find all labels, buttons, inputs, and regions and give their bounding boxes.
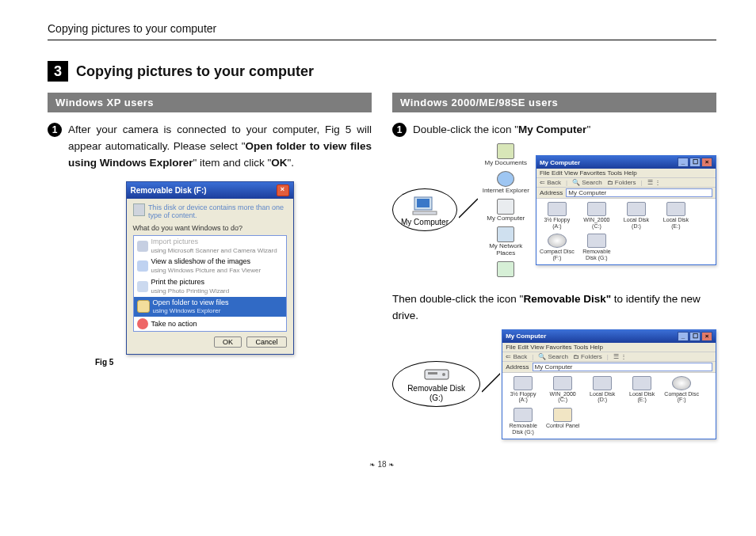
list-item[interactable]: Import picturesusing Microsoft Scanner a… bbox=[134, 236, 286, 257]
drive-label: Local Disk (D:) bbox=[624, 217, 649, 229]
item-main: View a slideshow of the images bbox=[151, 257, 250, 265]
search-button[interactable]: 🔍 Search bbox=[572, 179, 602, 186]
icon-label: My Documents bbox=[485, 159, 527, 166]
callout-removable-disk: Removable Disk (G:) bbox=[392, 361, 480, 407]
drive-icon[interactable]: Compact Disc (F:) bbox=[664, 376, 699, 403]
xp-step-1: 1 After your camera is connected to your… bbox=[48, 122, 372, 172]
drives-pane-2: 3½ Floppy (A:) WIN_2000 (C:) Local Disk … bbox=[502, 373, 716, 439]
window-toolbar[interactable]: ⇐ Back| 🔍 Search 🗀 Folders |☰ ⋮ bbox=[536, 178, 716, 188]
desktop-icon-network[interactable]: My Network Places bbox=[479, 226, 533, 257]
drive-label: Compact Disc (F:) bbox=[540, 249, 575, 260]
icon-label: My Network Places bbox=[489, 242, 522, 257]
back-button[interactable]: ⇐ Back bbox=[540, 179, 561, 186]
pointer-line bbox=[482, 368, 500, 400]
legacy-step-2-text: Then double-click the icon "Removable Di… bbox=[392, 291, 716, 325]
window-menu[interactable]: File Edit View Favorites Tools Help bbox=[502, 343, 716, 352]
drive-icon-removable[interactable]: Removable Disk (G:) bbox=[506, 408, 540, 435]
desktop-icon-ie[interactable]: Internet Explorer bbox=[479, 171, 533, 194]
device-icon bbox=[133, 203, 145, 216]
window-toolbar[interactable]: ⇐ Back| 🔍 Search 🗀 Folders |☰ ⋮ bbox=[502, 352, 716, 362]
list-item[interactable]: Print the picturesusing Photo Printing W… bbox=[134, 276, 286, 297]
desktop-icon-recycle[interactable] bbox=[479, 261, 533, 277]
item-sub: using Windows Explorer bbox=[153, 307, 221, 314]
drive-icon[interactable]: WIN_2000 (C:) bbox=[579, 202, 614, 229]
drive-icon[interactable]: Local Disk (E:) bbox=[659, 202, 693, 229]
text-bold: Removable Disk" bbox=[523, 293, 611, 305]
window-menu[interactable]: File Edit View Favorites Tools Help bbox=[536, 169, 716, 178]
callout-label: My Computer bbox=[401, 218, 449, 226]
legacy-heading: Windows 2000/ME/98SE users bbox=[392, 93, 716, 112]
drive-icon[interactable]: 3½ Floppy (A:) bbox=[540, 202, 575, 229]
desktop-icon-mycomputer[interactable]: My Computer bbox=[479, 199, 533, 222]
column-legacy: Windows 2000/ME/98SE users 1 Double-clic… bbox=[392, 93, 716, 454]
folders-button[interactable]: 🗀 Folders bbox=[607, 179, 636, 186]
dialog-message: This disk or device contains more than o… bbox=[148, 203, 287, 219]
section-title: 3 Copying pictures to your computer bbox=[48, 61, 716, 82]
drive-icon[interactable]: Local Disk (D:) bbox=[585, 376, 620, 403]
svg-line-7 bbox=[482, 373, 500, 392]
drive-label: 3½ Floppy (A:) bbox=[544, 217, 571, 229]
xp-autoplay-dialog: Removable Disk (F:) × This disk or devic… bbox=[126, 181, 294, 355]
drive-label: Control Panel bbox=[546, 423, 579, 428]
step-bullet-1: 1 bbox=[48, 123, 62, 137]
page-number: 18 bbox=[48, 460, 716, 469]
list-item[interactable]: Take no action bbox=[134, 317, 286, 331]
running-head: Copying pictures to your computer bbox=[48, 22, 716, 40]
mycomputer-window-2: My Computer _☐× File Edit View Favorites… bbox=[502, 329, 716, 439]
item-main: Open folder to view files bbox=[153, 298, 229, 306]
icon-label: My Computer bbox=[487, 215, 525, 222]
maximize-icon[interactable]: ☐ bbox=[689, 158, 701, 167]
computer-icon bbox=[411, 196, 438, 216]
minimize-icon[interactable]: _ bbox=[678, 332, 689, 341]
column-xp: Windows XP users 1 After your camera is … bbox=[48, 93, 372, 454]
legacy-step-text-a: Double-click the icon " bbox=[413, 124, 518, 135]
maximize-icon[interactable]: ☐ bbox=[689, 332, 701, 341]
address-label: Address bbox=[506, 363, 529, 371]
desktop-icons-column: My Documents Internet Explorer My Comput… bbox=[479, 143, 533, 277]
svg-rect-5 bbox=[428, 372, 437, 374]
back-button[interactable]: ⇐ Back bbox=[506, 353, 527, 360]
address-field[interactable]: My Computer bbox=[566, 188, 712, 197]
desktop-icon-mydocs[interactable]: My Documents bbox=[479, 143, 533, 166]
svg-point-6 bbox=[442, 373, 445, 376]
xp-step-bold-2: OK bbox=[271, 157, 287, 169]
drive-icon[interactable]: Removable Disk (G:) bbox=[579, 234, 614, 260]
address-field[interactable]: My Computer bbox=[533, 363, 712, 371]
search-button[interactable]: 🔍 Search bbox=[538, 353, 568, 360]
cancel-button[interactable]: Cancel bbox=[246, 336, 286, 348]
drive-icon[interactable]: Compact Disc (F:) bbox=[540, 234, 575, 260]
callout-my-computer: My Computer bbox=[392, 188, 457, 231]
mycomputer-window-1: My Computer _☐× File Edit View Favorites… bbox=[536, 155, 716, 265]
dialog-action-list[interactable]: Import picturesusing Microsoft Scanner a… bbox=[133, 235, 287, 332]
drive-icon[interactable]: Local Disk (E:) bbox=[624, 376, 659, 403]
list-item-selected[interactable]: Open folder to view filesusing Windows E… bbox=[134, 297, 286, 317]
minimize-icon[interactable]: _ bbox=[678, 158, 689, 167]
drive-icon[interactable]: Local Disk (D:) bbox=[619, 202, 654, 229]
drives-pane-1: 3½ Floppy (A:) WIN_2000 (C:) Local Disk … bbox=[536, 199, 716, 264]
ok-button[interactable]: OK bbox=[214, 336, 242, 348]
drive-label: Removable Disk (G:) bbox=[582, 249, 610, 260]
xp-step-text-c: ". bbox=[288, 157, 295, 169]
fig5-caption: Fig 5 bbox=[95, 358, 372, 367]
address-label: Address bbox=[540, 189, 563, 196]
removable-disk-icon bbox=[423, 368, 450, 382]
drive-label: WIN_2000 (C:) bbox=[583, 217, 609, 229]
control-panel-icon[interactable]: Control Panel bbox=[545, 408, 580, 435]
list-item[interactable]: Playusing Windows Media Player bbox=[134, 331, 286, 332]
item-sub: using Microsoft Scanner and Camera Wizar… bbox=[151, 247, 277, 254]
close-icon[interactable]: × bbox=[701, 332, 712, 341]
drive-icon[interactable]: 3½ Floppy (A:) bbox=[506, 376, 540, 403]
list-item[interactable]: View a slideshow of the imagesusing Wind… bbox=[134, 256, 286, 276]
drive-label: WIN_2000 (C:) bbox=[550, 391, 576, 403]
item-main: Take no action bbox=[151, 320, 197, 328]
drive-icon[interactable]: WIN_2000 (C:) bbox=[545, 376, 580, 403]
item-sub: using Photo Printing Wizard bbox=[151, 287, 230, 295]
folders-button[interactable]: 🗀 Folders bbox=[573, 353, 602, 360]
close-icon[interactable]: × bbox=[701, 158, 712, 167]
drive-label: 3½ Floppy (A:) bbox=[510, 391, 536, 403]
dialog-question: What do you want Windows to do? bbox=[133, 224, 287, 232]
dialog-title: Removable Disk (F:) bbox=[131, 186, 207, 195]
icon-label: Internet Explorer bbox=[483, 187, 529, 194]
close-icon[interactable]: × bbox=[277, 184, 289, 196]
drive-label: Local Disk (D:) bbox=[590, 391, 615, 403]
